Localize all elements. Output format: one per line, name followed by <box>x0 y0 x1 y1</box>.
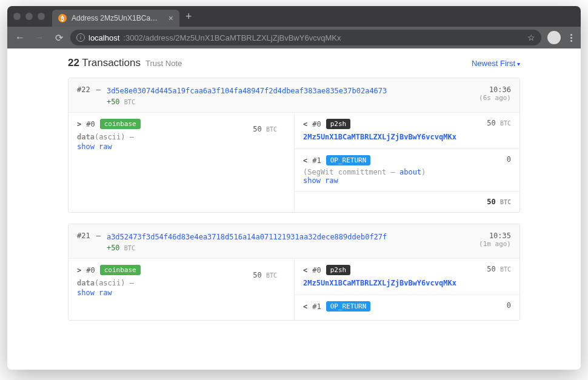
balance-delta: +50 BTC <box>107 244 473 252</box>
txid-link[interactable]: a3d52473f3d54f46d83e4ea3718d516a14a07112… <box>107 232 473 242</box>
url-bar[interactable]: i localhost:3002/address/2Mz5UnX1BCaMTBR… <box>70 30 541 45</box>
segwit-note: (SegWit committment – about) <box>303 168 511 176</box>
transaction-header: #22 – 3d5e8e03074d445a19fcaa6a3f104fa489… <box>68 78 520 112</box>
toolbar: ← → ⟳ i localhost:3002/address/2Mz5UnX1B… <box>7 27 581 48</box>
p2sh-badge: p2sh <box>326 119 351 129</box>
sort-dropdown[interactable]: Newest First <box>472 59 520 68</box>
input-column: > #0 coinbase 50 BTC data(ascii) – show … <box>68 113 294 212</box>
output-arrow-icon: < <box>303 266 307 275</box>
maximize-window-icon[interactable] <box>38 13 45 20</box>
output-amount: 50 BTC <box>487 265 511 273</box>
transactions-count: 22 Transactions <box>68 57 141 69</box>
coinbase-badge: coinbase <box>100 119 141 129</box>
browser-window: ₿ Address 2Mz5UnX1BCaMTBRL × + ← → ⟳ i l… <box>7 6 581 370</box>
tx-number: #22 <box>77 85 90 94</box>
reload-button[interactable]: ⟳ <box>51 30 67 45</box>
output-index: #1 <box>312 302 321 311</box>
opreturn-badge: OP_RETURN <box>326 155 371 165</box>
output-amount: 50 BTC <box>487 119 511 127</box>
output-index: #1 <box>312 156 321 165</box>
browser-menu-icon[interactable] <box>567 34 576 42</box>
output-address-link[interactable]: 2Mz5UnX1BCaMTBRLZXLjZjBvBwY6vcvqMKx <box>303 132 511 142</box>
close-window-icon[interactable] <box>13 13 21 20</box>
input-column: > #0 coinbase 50 BTC data(ascii) – show … <box>68 259 294 320</box>
traffic-lights <box>13 13 45 20</box>
input-arrow-icon: > <box>77 266 81 275</box>
about-link[interactable]: about <box>399 168 421 176</box>
dash: – <box>96 85 101 94</box>
close-tab-icon[interactable]: × <box>169 13 173 23</box>
show-raw-link[interactable]: show raw <box>77 288 286 297</box>
input-arrow-icon: > <box>77 120 81 128</box>
page-content: 22 Transactions Trust Note Newest First … <box>7 48 581 370</box>
url-host: localhost <box>89 33 119 42</box>
transactions-header: 22 Transactions Trust Note Newest First <box>68 57 520 69</box>
output-index: #0 <box>312 266 321 275</box>
bookmark-star-icon[interactable]: ☆ <box>527 33 535 42</box>
titlebar: ₿ Address 2Mz5UnX1BCaMTBRL × + <box>7 6 581 27</box>
output-arrow-icon: < <box>303 120 307 128</box>
output-arrow-icon: < <box>303 302 307 311</box>
minimize-window-icon[interactable] <box>25 13 33 20</box>
forward-button[interactable]: → <box>32 30 47 45</box>
output-address-link[interactable]: 2Mz5UnX1BCaMTBRLZXLjZjBvBwY6vcvqMKx <box>303 278 511 288</box>
show-raw-link[interactable]: show raw <box>77 142 286 151</box>
output-column: < #0 p2sh 50 BTC 2Mz5UnX1BCaMTBRLZXLjZjB… <box>294 113 520 212</box>
bitcoin-favicon-icon: ₿ <box>58 14 67 22</box>
output-amount: 0 <box>507 301 511 310</box>
output-arrow-icon: < <box>303 156 307 165</box>
tx-time: 10:35 (1m ago) <box>479 232 511 248</box>
coinbase-badge: coinbase <box>100 265 141 275</box>
trust-note-link[interactable]: Trust Note <box>145 59 182 68</box>
input-index: #0 <box>86 120 95 128</box>
txid-link[interactable]: 3d5e8e03074d445a19fcaa6a3f104fa48947f2d4… <box>107 85 473 96</box>
input-amount: 50 BTC <box>253 271 277 279</box>
dash: – <box>96 232 101 240</box>
url-path: :3002/address/2Mz5UnX1BCaMTBRLZXLjZjBvBw… <box>123 33 341 42</box>
opreturn-badge: OP_RETURN <box>326 301 371 312</box>
browser-tab[interactable]: ₿ Address 2Mz5UnX1BCaMTBRL × <box>52 10 179 27</box>
new-tab-button[interactable]: + <box>185 10 192 23</box>
tx-number: #21 <box>77 232 90 240</box>
balance-delta: +50 BTC <box>107 98 473 106</box>
output-index: #0 <box>312 120 321 128</box>
show-raw-link[interactable]: show raw <box>303 176 511 185</box>
transaction-card: #21 – a3d52473f3d54f46d83e4ea3718d516a14… <box>68 224 520 321</box>
transaction-header: #21 – a3d52473f3d54f46d83e4ea3718d516a14… <box>68 224 520 258</box>
p2sh-badge: p2sh <box>326 265 351 275</box>
transaction-card: #22 – 3d5e8e03074d445a19fcaa6a3f104fa489… <box>68 78 520 213</box>
input-amount: 50 BTC <box>253 125 277 133</box>
profile-avatar[interactable] <box>547 31 561 44</box>
input-index: #0 <box>86 266 95 275</box>
site-info-icon[interactable]: i <box>76 33 85 42</box>
back-button[interactable]: ← <box>12 30 28 45</box>
output-total: 50 BTC <box>295 191 520 212</box>
tab-title: Address 2Mz5UnX1BCaMTBRL <box>72 14 164 22</box>
output-column: < #0 p2sh 50 BTC 2Mz5UnX1BCaMTBRLZXLjZjB… <box>294 259 520 320</box>
tx-time: 10:36 (6s ago) <box>479 85 511 102</box>
output-amount: 0 <box>507 155 511 164</box>
